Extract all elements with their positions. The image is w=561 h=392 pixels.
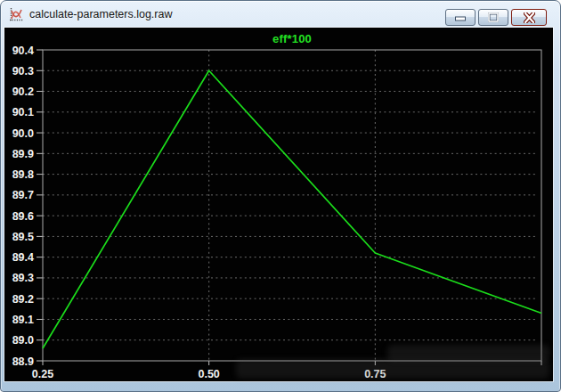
y-tick-label: 89.6 (12, 210, 34, 223)
y-tick-label: 89.8 (12, 168, 34, 181)
y-tick-label: 89.9 (12, 148, 34, 160)
y-tick-label: 89.2 (12, 293, 34, 306)
y-tick-label: 89.4 (12, 251, 34, 264)
waveform-plot-icon (9, 7, 24, 22)
x-tick-label: 0.50 (198, 368, 219, 380)
waveform-viewer-window: calculate-parameters.log.raw (0, 0, 561, 392)
y-tick-label: 90.2 (12, 86, 34, 98)
y-tick-label: 89.5 (12, 231, 34, 243)
y-tick-label: 88.9 (12, 355, 34, 368)
y-tick-label: 90.0 (12, 127, 34, 140)
artifact-smudge (387, 345, 549, 361)
maximize-button[interactable] (478, 9, 508, 26)
y-tick-label: 90.4 (12, 45, 34, 57)
y-tick-label: 90.3 (12, 65, 34, 78)
close-icon (524, 12, 535, 23)
plot-pane[interactable]: eff*100 88.989.089.189.289.389.489.589.6… (4, 28, 553, 381)
plot-border (43, 50, 541, 361)
artifact-smudge (236, 359, 549, 379)
window-title: calculate-parameters.log.raw (29, 8, 173, 20)
x-tick-label: 0.25 (32, 368, 53, 380)
y-tick-label: 89.0 (12, 334, 34, 347)
plot-svg: 88.989.089.189.289.389.489.589.689.789.8… (4, 28, 553, 381)
title-bar[interactable]: calculate-parameters.log.raw (1, 1, 560, 28)
y-tick-label: 89.3 (12, 272, 34, 284)
close-button[interactable] (511, 9, 547, 26)
minimize-icon (455, 14, 466, 21)
maximize-icon (488, 12, 499, 22)
y-tick-label: 89.7 (12, 189, 34, 201)
minimize-button[interactable] (445, 9, 476, 26)
window-controls (445, 9, 547, 26)
y-tick-label: 89.1 (12, 314, 34, 326)
y-tick-label: 90.1 (12, 106, 34, 118)
